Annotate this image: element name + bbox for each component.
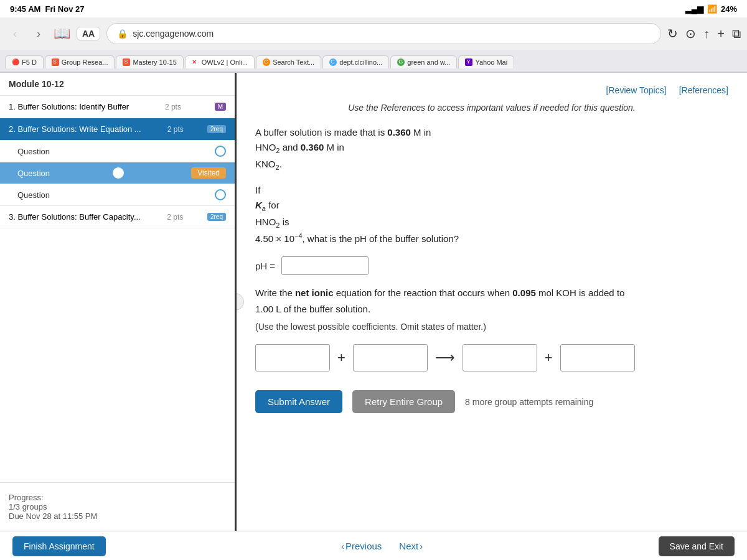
m-badge-1: M [215, 103, 226, 111]
aa-button[interactable]: AA [77, 27, 100, 40]
equation-input-2[interactable] [353, 344, 428, 371]
assignment-title-3: 3. Buffer Solutions: Buffer Capacity... [9, 212, 141, 222]
tab-favicon-search: C [263, 58, 270, 66]
previous-button[interactable]: ‹ Previous [334, 537, 389, 555]
equation-input-1[interactable] [255, 344, 330, 371]
eq-arrow-icon: ⟶ [435, 350, 455, 366]
sub-question-label-3: Question [17, 190, 50, 200]
url-text: sjc.cengagenow.com [133, 29, 214, 39]
battery-label: 24% [721, 4, 737, 14]
content-header: [Review Topics] [References] [255, 85, 728, 95]
sidebar: Module 10-12 1. Buffer Solutions: Identi… [0, 73, 237, 531]
wifi-icon: 📶 [707, 4, 717, 14]
main-content: Module 10-12 1. Buffer Solutions: Identi… [0, 73, 747, 531]
address-bar[interactable]: 🔒 sjc.cengagenow.com [106, 23, 661, 44]
module-header: Module 10-12 [0, 73, 235, 96]
btn-row: Submit Answer Retry Entire Group 8 more … [255, 390, 728, 413]
bottom-nav: Finish Assignment ‹ Previous Next › Save… [0, 531, 747, 560]
sub-question-2[interactable]: Question Visited [0, 162, 235, 184]
assignment-title-2: 2. Buffer Solutions: Write Equation ... [9, 124, 141, 134]
new-tab-button[interactable]: + [717, 27, 725, 41]
sub-question-label-1: Question [17, 147, 50, 156]
eq-plus-1: + [337, 350, 345, 366]
sub-question-1[interactable]: Question [0, 141, 235, 162]
tab-favicon-dept: C [329, 58, 337, 66]
progress-label: Progress: [9, 493, 226, 502]
attempts-text: 8 more group attempts remaining [465, 397, 593, 407]
content-area: ‹ [Review Topics] [References] Use the R… [237, 73, 747, 531]
ph-row: pH = [255, 256, 728, 275]
share-button[interactable]: ↑ [703, 27, 710, 41]
tab-favicon-green: G [397, 58, 405, 66]
assignment-title-1: 1. Buffer Solutions: Identify Buffer [9, 102, 129, 111]
tab-f5d[interactable]: 🔴 F5 D [5, 55, 44, 68]
ph-input[interactable] [281, 256, 369, 275]
eq-plus-2: + [545, 350, 553, 366]
tab-search[interactable]: C Search Text... [256, 55, 321, 68]
chevron-left-icon: ‹ [341, 541, 344, 551]
req-badge-2: 2req [207, 125, 226, 133]
forward-button[interactable]: › [30, 25, 47, 42]
omit-text: (Use the lowest possible coefficients. O… [255, 322, 728, 332]
prev-next-nav: ‹ Previous Next › [334, 537, 430, 555]
equation-row: + ⟶ + [255, 344, 728, 371]
visited-badge: Visited [191, 167, 226, 179]
due-date: Due Nov 28 at 11:55 PM [9, 511, 226, 521]
pts-3: 2 pts [167, 213, 183, 222]
assignment-item-1[interactable]: 1. Buffer Solutions: Identify Buffer 2 p… [0, 96, 235, 118]
module-title: Module 10-12 [9, 79, 64, 89]
equation-input-4[interactable] [560, 344, 635, 371]
status-time: 9:45 AM Fri Nov 27 [10, 4, 84, 14]
equation-input-3[interactable] [463, 344, 537, 371]
sidebar-bottom: Progress: 1/3 groups Due Nov 28 at 11:55… [0, 482, 235, 531]
tab-yahoo[interactable]: Y Yahoo Mai [458, 55, 514, 68]
tab-mastery[interactable]: S Mastery 10-15 [116, 55, 183, 68]
tab-dept[interactable]: C dept.clcillino... [322, 55, 389, 68]
bookmarks-icon[interactable]: 📖 [54, 26, 70, 42]
references-note: Use the References to access important v… [255, 103, 728, 113]
tab-bar: 🔴 F5 D S Group Resea... S Mastery 10-15 … [0, 50, 747, 72]
browser-toolbar: ‹ › 📖 AA 🔒 sjc.cengagenow.com ↻ ⊙ ↑ + ⧉ [0, 17, 747, 50]
assignment-item-2[interactable]: 2. Buffer Solutions: Write Equation ... … [0, 118, 235, 141]
sub-question-3[interactable]: Question [0, 184, 235, 206]
download-button[interactable]: ⊙ [685, 26, 696, 41]
browser-actions: ↻ ⊙ ↑ + ⧉ [667, 26, 741, 41]
back-button[interactable]: ‹ [6, 25, 24, 42]
assignment-item-3[interactable]: 3. Buffer Solutions: Buffer Capacity... … [0, 206, 235, 228]
retry-entire-group-button[interactable]: Retry Entire Group [352, 390, 455, 413]
tab-group-resea[interactable]: S Group Resea... [45, 55, 115, 68]
lock-icon: 🔒 [117, 29, 128, 39]
tab-favicon-f5d: 🔴 [12, 58, 19, 66]
progress-groups: 1/3 groups [9, 502, 226, 511]
finish-assignment-button[interactable]: Finish Assignment [12, 536, 106, 556]
tab-owlv2[interactable]: ✕ OWLv2 | Onli... [185, 55, 255, 68]
circle-icon-1 [215, 146, 226, 157]
req-badge-3: 2req [207, 213, 226, 221]
review-topics-link[interactable]: [Review Topics] [606, 85, 667, 95]
sub-questions: Question Question Visited Question [0, 141, 235, 206]
pts-1: 2 pts [165, 103, 181, 111]
status-indicators: ▂▄▆ 📶 24% [685, 4, 737, 14]
pts-2: 2 pts [167, 125, 184, 134]
next-button[interactable]: Next › [392, 537, 430, 555]
save-and-exit-button[interactable]: Save and Exit [659, 536, 735, 556]
tab-favicon-yahoo: Y [465, 58, 472, 66]
question-block: A buffer solution is made that is 0.360 … [255, 125, 728, 173]
tab-favicon-mastery: S [123, 58, 130, 66]
references-link[interactable]: [References] [679, 85, 728, 95]
circle-icon-3 [215, 189, 226, 200]
collapse-panel-button[interactable]: ‹ [237, 293, 244, 310]
status-bar: 9:45 AM Fri Nov 27 ▂▄▆ 📶 24% [0, 0, 747, 17]
sub-question-label-2: Question [17, 169, 50, 178]
ph-label: pH = [255, 261, 275, 271]
reload-button[interactable]: ↻ [667, 26, 678, 41]
browser-chrome: ‹ › 📖 AA 🔒 sjc.cengagenow.com ↻ ⊙ ↑ + ⧉ … [0, 17, 747, 73]
tab-favicon-group: S [52, 58, 59, 66]
submit-answer-button[interactable]: Submit Answer [255, 390, 342, 413]
ka-block: If Ka for HNO2 is 4.50 × 10−4, what is t… [255, 183, 728, 246]
chevron-right-icon: › [420, 541, 423, 551]
net-ionic-question: Write the net ionic equation for the rea… [255, 285, 728, 317]
tabs-button[interactable]: ⧉ [732, 27, 741, 41]
tab-favicon-owlv2: ✕ [192, 58, 199, 66]
tab-green[interactable]: G green and w... [390, 55, 457, 68]
